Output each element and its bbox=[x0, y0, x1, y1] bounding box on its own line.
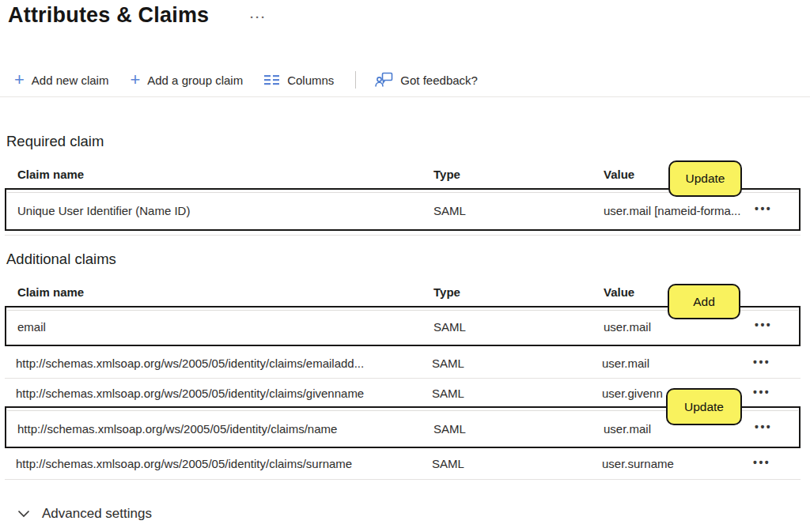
type-cell: SAML bbox=[433, 204, 466, 217]
toolbar-rule bbox=[0, 96, 810, 97]
value-cell: user.mail bbox=[602, 357, 649, 370]
add-group-claim-button[interactable]: + Add a group claim bbox=[130, 73, 243, 87]
row-separator bbox=[5, 235, 801, 236]
column-header-type: Type bbox=[433, 168, 460, 181]
value-cell: user.surname bbox=[602, 457, 674, 470]
additional-claims-heading: Additional claims bbox=[6, 251, 116, 268]
got-feedback-button[interactable]: Got feedback? bbox=[375, 72, 478, 88]
value-cell: user.givenn bbox=[602, 387, 663, 400]
row-menu-ellipsis-icon[interactable]: ••• bbox=[753, 420, 774, 434]
plus-icon: + bbox=[14, 73, 25, 87]
chevron-down-icon bbox=[17, 510, 30, 518]
column-header-value: Value bbox=[604, 285, 634, 299]
got-feedback-label: Got feedback? bbox=[400, 74, 478, 86]
annotation-update-name: Update bbox=[666, 388, 742, 425]
column-header-claim-name: Claim name bbox=[17, 285, 84, 299]
toolbar-divider bbox=[355, 71, 356, 89]
value-cell: user.mail bbox=[604, 320, 651, 334]
add-new-claim-button[interactable]: + Add new claim bbox=[14, 73, 108, 87]
type-cell: SAML bbox=[432, 387, 464, 400]
toolbar: + Add new claim + Add a group claim Colu… bbox=[14, 68, 499, 92]
claim-name-cell[interactable]: http://schemas.xmlsoap.org/ws/2005/05/id… bbox=[16, 457, 352, 470]
claim-name-cell[interactable]: http://schemas.xmlsoap.org/ws/2005/05/id… bbox=[16, 387, 364, 400]
row-menu-ellipsis-icon[interactable]: ••• bbox=[753, 318, 774, 332]
type-cell: SAML bbox=[432, 357, 464, 370]
row-menu-ellipsis-icon[interactable]: ••• bbox=[751, 385, 772, 399]
columns-label: Columns bbox=[287, 74, 334, 86]
advanced-settings-toggle[interactable]: Advanced settings bbox=[17, 506, 152, 522]
advanced-settings-label: Advanced settings bbox=[42, 506, 152, 522]
attributes-claims-page: Attributes & Claims ··· + Add new claim … bbox=[0, 0, 810, 532]
columns-button[interactable]: Columns bbox=[264, 74, 334, 86]
type-cell: SAML bbox=[433, 320, 466, 334]
column-header-type: Type bbox=[433, 285, 460, 299]
annotation-add-email: Add bbox=[668, 284, 740, 319]
annotation-update-required: Update bbox=[668, 160, 742, 197]
column-header-value: Value bbox=[604, 168, 634, 181]
plus-icon: + bbox=[130, 73, 140, 87]
row-menu-ellipsis-icon[interactable]: ••• bbox=[751, 455, 772, 470]
type-cell: SAML bbox=[432, 457, 464, 470]
feedback-icon bbox=[375, 72, 393, 88]
columns-icon bbox=[264, 75, 280, 85]
type-cell: SAML bbox=[433, 422, 466, 436]
value-cell: user.mail [nameid-forma... bbox=[604, 204, 740, 217]
more-menu-icon[interactable]: ··· bbox=[250, 11, 267, 23]
value-cell: user.mail bbox=[604, 422, 651, 436]
table-row-surname[interactable]: http://schemas.xmlsoap.org/ws/2005/05/id… bbox=[5, 448, 801, 480]
claim-name-cell[interactable]: http://schemas.xmlsoap.org/ws/2005/05/id… bbox=[16, 357, 364, 370]
column-header-claim-name: Claim name bbox=[17, 168, 84, 181]
required-claim-heading: Required claim bbox=[6, 133, 104, 150]
table-row-emailaddress[interactable]: http://schemas.xmlsoap.org/ws/2005/05/id… bbox=[5, 348, 801, 379]
claim-name-cell[interactable]: http://schemas.xmlsoap.org/ws/2005/05/id… bbox=[17, 422, 337, 436]
claim-name-cell[interactable]: Unique User Identifier (Name ID) bbox=[17, 204, 190, 217]
add-group-claim-label: Add a group claim bbox=[147, 74, 243, 86]
row-menu-ellipsis-icon[interactable]: ••• bbox=[753, 202, 774, 216]
claim-name-cell[interactable]: email bbox=[17, 320, 46, 334]
row-menu-ellipsis-icon[interactable]: ••• bbox=[751, 355, 772, 369]
add-new-claim-label: Add new claim bbox=[32, 74, 109, 86]
page-title: Attributes & Claims bbox=[8, 3, 209, 28]
